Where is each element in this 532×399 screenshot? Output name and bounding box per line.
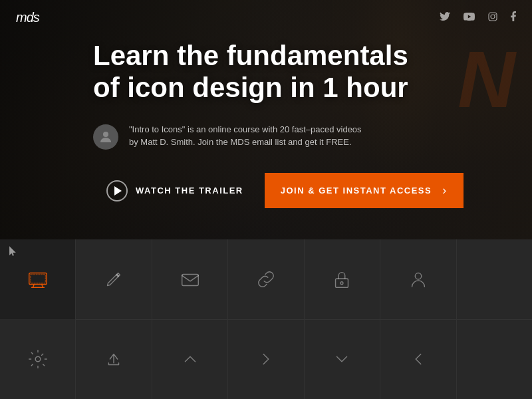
instagram-icon[interactable] [488, 12, 497, 23]
mail-icon [179, 268, 201, 291]
tv-icon [27, 268, 49, 291]
svg-point-12 [341, 282, 344, 285]
chevron-right-icon [255, 348, 277, 370]
icon-cell-mail[interactable] [152, 239, 227, 320]
hero-section: N mds [0, 0, 532, 239]
svg-point-3 [103, 132, 108, 137]
icon-col-7 [457, 239, 532, 399]
lock-icon [331, 268, 353, 291]
icon-cell-edit[interactable] [76, 239, 151, 320]
twitter-icon[interactable] [440, 12, 450, 23]
hero-buttons: WATCH THE TRAILER JOIN & GET INSTANT ACC… [93, 171, 532, 211]
edit-icon [102, 268, 125, 291]
youtube-icon[interactable] [464, 13, 475, 23]
watch-trailer-button[interactable]: WATCH THE TRAILER [93, 171, 257, 211]
svg-point-2 [495, 13, 496, 15]
icon-col-6 [380, 239, 456, 399]
svg-rect-11 [336, 279, 348, 287]
site-logo[interactable]: mds [16, 10, 39, 25]
cursor-indicator [9, 246, 17, 261]
svg-point-9 [35, 356, 41, 362]
icon-col-1 [0, 239, 76, 399]
chevron-up-icon [179, 348, 201, 370]
hero-subtitle-text: "Intro to Icons" is an online course wit… [129, 123, 368, 149]
icon-cell-chevron-right[interactable] [228, 320, 303, 400]
icon-cell-empty-1[interactable] [457, 239, 532, 320]
hero-title: Learn the fundamentals of icon design in… [93, 40, 532, 104]
icon-cell-chevron-left[interactable] [380, 320, 456, 400]
svg-rect-0 [489, 13, 497, 21]
icon-cell-tv[interactable] [0, 239, 75, 320]
facebook-icon[interactable] [511, 11, 516, 23]
chevron-down-icon [331, 348, 353, 370]
icon-cell-link[interactable] [228, 239, 303, 320]
icon-cell-settings[interactable] [0, 320, 75, 400]
user-icon [407, 268, 430, 291]
svg-rect-10 [182, 274, 198, 285]
share-icon [102, 348, 125, 370]
join-access-label: JOIN & GET INSTANT ACCESS [281, 186, 432, 196]
icon-cell-chevron-up[interactable] [152, 320, 227, 400]
svg-point-1 [491, 15, 495, 19]
icon-cell-empty-2[interactable] [457, 320, 532, 400]
icon-col-3 [152, 239, 228, 399]
navbar: mds [0, 0, 532, 35]
avatar [93, 124, 118, 150]
hero-subtitle-row: "Intro to Icons" is an online course wit… [93, 123, 532, 150]
svg-point-13 [415, 273, 421, 279]
icon-col-2 [76, 239, 152, 399]
play-icon [106, 180, 128, 201]
join-access-button[interactable]: JOIN & GET INSTANT ACCESS › [265, 173, 464, 208]
watch-trailer-label: WATCH THE TRAILER [136, 186, 243, 196]
chevron-left-icon [407, 348, 430, 370]
icon-cell-user[interactable] [380, 239, 456, 320]
user-avatar-icon [98, 129, 114, 145]
svg-rect-8 [30, 274, 45, 283]
settings-icon [27, 348, 49, 370]
icon-col-5 [305, 239, 380, 399]
icon-cell-share[interactable] [76, 320, 151, 400]
social-links [440, 11, 516, 23]
link-icon [255, 268, 277, 291]
icon-cell-lock[interactable] [305, 239, 380, 320]
arrow-right-icon: › [442, 184, 448, 198]
icon-col-4 [228, 239, 304, 399]
icon-grid-section [0, 239, 532, 399]
icon-cell-chevron-down[interactable] [305, 320, 380, 400]
